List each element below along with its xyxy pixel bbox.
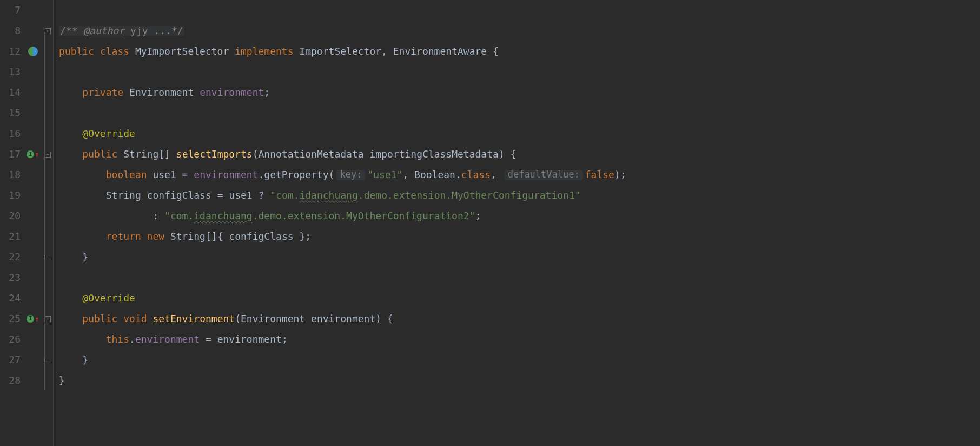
line-number: 27 — [0, 350, 21, 370]
code-area[interactable]: /** @author yjy ...*/ public class MyImp… — [54, 0, 980, 446]
line-number: 23 — [0, 267, 21, 288]
line-number: 17 — [0, 144, 21, 165]
line-number: 25 — [0, 309, 21, 329]
code-line[interactable] — [59, 267, 980, 288]
inlay-hint: key: — [336, 170, 365, 180]
fold-expand-icon[interactable]: + — [45, 28, 51, 34]
line-number: 13 — [0, 62, 21, 82]
line-number: 24 — [0, 288, 21, 309]
line-number: 28 — [0, 370, 21, 391]
code-line[interactable]: : "com.idanchuang.demo.extension.MyOther… — [59, 206, 980, 226]
code-line[interactable] — [59, 103, 980, 123]
fold-collapse-icon[interactable]: − — [45, 152, 51, 158]
code-line[interactable]: public class MyImportSelector implements… — [59, 41, 980, 62]
fold-end-icon — [44, 255, 51, 259]
icon-gutter: I↑ I↑ — [24, 0, 42, 446]
inlay-hint: defaultValue: — [505, 170, 583, 180]
line-number: 22 — [0, 247, 21, 267]
line-number: 26 — [0, 329, 21, 350]
line-number-gutter: 7 8 12 13 14 15 16 17 18 19 20 21 22 23 … — [0, 0, 24, 446]
code-line[interactable]: } — [59, 370, 980, 391]
implements-gutter-icon[interactable]: I↑ — [24, 144, 42, 165]
code-line[interactable] — [59, 62, 980, 82]
line-number: 12 — [0, 41, 21, 62]
code-line[interactable]: this.environment = environment; — [59, 329, 980, 350]
implements-gutter-icon[interactable]: I↑ — [24, 309, 42, 329]
line-number: 18 — [0, 165, 21, 185]
code-line[interactable]: private Environment environment; — [59, 82, 980, 103]
code-line[interactable]: return new String[]{ configClass }; — [59, 226, 980, 247]
code-line[interactable]: public void setEnvironment(Environment e… — [59, 309, 980, 329]
line-number: 7 — [0, 0, 21, 21]
class-gutter-icon[interactable] — [24, 41, 42, 62]
code-line[interactable]: @Override — [59, 288, 980, 309]
code-line[interactable]: @Override — [59, 123, 980, 144]
code-line[interactable]: String configClass = use1 ? "com.idanchu… — [59, 185, 980, 206]
code-line[interactable]: public String[] selectImports(Annotation… — [59, 144, 980, 165]
line-number: 15 — [0, 103, 21, 123]
code-line[interactable]: } — [59, 247, 980, 267]
code-editor[interactable]: 7 8 12 13 14 15 16 17 18 19 20 21 22 23 … — [0, 0, 980, 446]
line-number: 16 — [0, 123, 21, 144]
line-number: 21 — [0, 226, 21, 247]
line-number: 14 — [0, 82, 21, 103]
fold-gutter: + − − — [42, 0, 54, 446]
code-line[interactable] — [59, 0, 980, 21]
line-number: 20 — [0, 206, 21, 226]
code-line[interactable]: boolean use1 = environment.getProperty(k… — [59, 165, 980, 185]
code-line[interactable]: } — [59, 350, 980, 370]
line-number: 8 — [0, 21, 21, 41]
line-number: 19 — [0, 185, 21, 206]
fold-end-icon — [44, 358, 51, 362]
code-line[interactable]: /** @author yjy ...*/ — [59, 21, 980, 41]
fold-collapse-icon[interactable]: − — [45, 316, 51, 322]
